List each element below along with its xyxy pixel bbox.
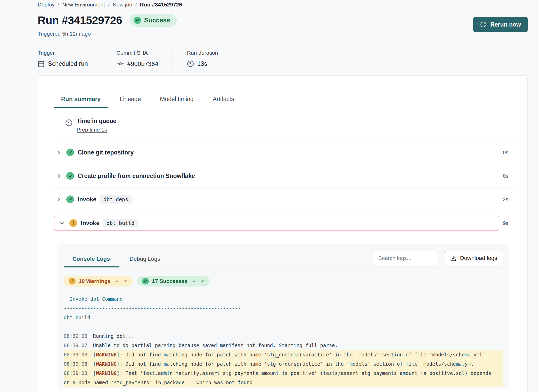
log-message: Did not find matching node for patch wit… (125, 361, 476, 367)
run-tabs: Run summary Lineage Model timing Artifac… (54, 96, 515, 108)
breadcrumb-run: Run #341529726 (140, 2, 182, 8)
success-check-icon (66, 149, 74, 156)
title-row: Run #341529726 Success (38, 14, 528, 27)
commit-value[interactable]: #900b7364 (127, 60, 158, 68)
meta-trigger: Trigger Scheduled run (38, 50, 102, 68)
run-detail-page: Deploy / New Environment / New job / Run… (0, 0, 539, 392)
successes-badge[interactable]: 17 Successes (137, 276, 210, 287)
console-header: Console Logs Debug Logs Download logs (64, 251, 503, 267)
warning-tag: [WARNING]: (93, 370, 126, 376)
step-duration: 0s (503, 173, 515, 179)
download-logs-button[interactable]: Download logs (444, 251, 503, 265)
chevron-up-icon[interactable] (192, 279, 196, 283)
search-logs-input[interactable] (373, 251, 438, 265)
log-timestamp: 08:39:08 (64, 361, 87, 367)
trigger-label: Trigger (38, 50, 88, 56)
log-line: ----------------------------------------… (64, 304, 503, 313)
log-line (64, 322, 503, 331)
log-message: Did not find matching node for patch wit… (125, 352, 485, 357)
log-message: Unable to do partial parsing because sav… (93, 342, 338, 348)
log-line: Invoke dbt Command (64, 294, 503, 304)
breadcrumb-separator: / (58, 2, 59, 8)
tab-model-timing[interactable]: Model timing (153, 96, 201, 108)
breadcrumb-job[interactable]: New job (113, 2, 132, 8)
warning-icon: ! (69, 278, 76, 284)
tab-debug-logs[interactable]: Debug Logs (121, 252, 169, 267)
run-summary-card: Run summary Lineage Model timing Artifac… (38, 75, 528, 392)
step-invoke-dbt-build-header[interactable]: ! Invoke dbt build (54, 216, 499, 231)
log-line: 08:39:08[WARNING]: Test 'test.admin_matu… (64, 369, 503, 387)
log-timestamp: 08:39:08 (64, 352, 87, 357)
breadcrumb: Deploy / New Environment / New job / Run… (38, 1, 528, 8)
success-check-icon (66, 195, 74, 203)
chevron-right-icon[interactable] (56, 150, 62, 155)
chevron-down-icon[interactable] (123, 279, 128, 283)
clock-icon (187, 60, 194, 67)
command-chip: dbt deps (100, 195, 132, 203)
duration-value: 13s (197, 60, 207, 67)
rerun-label: Rerun now (490, 21, 521, 28)
step-create-profile[interactable]: Create profile from connection Snowflake… (54, 164, 515, 188)
download-label: Download logs (460, 255, 497, 262)
commit-icon (117, 60, 124, 68)
warning-icon: ! (69, 219, 77, 227)
step-title: Invoke (81, 220, 100, 227)
queue-title: Time in queue (77, 118, 116, 125)
meta-duration: Run duration 13s (173, 50, 232, 68)
warning-tag: [WARNING]: (93, 361, 126, 367)
clock-icon (65, 118, 72, 126)
chevron-up-icon[interactable] (115, 279, 119, 283)
commit-label: Commit SHA (117, 50, 158, 56)
log-line: 08:39:07Unable to do partial parsing bec… (64, 341, 503, 350)
success-check-icon (66, 172, 74, 180)
breadcrumb-environment[interactable]: New Environment (62, 2, 105, 8)
log-timestamp: 08:39:07 (64, 342, 87, 348)
prep-time-link[interactable]: Prep time 1s (77, 127, 107, 133)
log-output[interactable]: Invoke dbt Command----------------------… (64, 294, 503, 387)
log-line: 08:39:08[WARNING]: Did not find matching… (64, 359, 503, 369)
page-title: Run #341529726 (38, 14, 122, 27)
step-title: Create profile from connection Snowflake (78, 173, 195, 179)
success-check-icon (134, 17, 141, 24)
rerun-now-button[interactable]: Rerun now (473, 17, 528, 32)
step-duration: 0s (503, 150, 515, 156)
log-line: dbt build (64, 313, 503, 322)
tab-console-logs[interactable]: Console Logs (64, 252, 119, 267)
console-actions: Download logs (373, 251, 503, 267)
chevron-right-icon[interactable] (56, 197, 62, 202)
log-message: Running dbt... (93, 333, 134, 339)
tab-lineage[interactable]: Lineage (112, 96, 148, 108)
successes-count: 17 Successes (152, 278, 187, 284)
step-invoke-dbt-build: ! Invoke dbt build 9s (54, 211, 515, 235)
step-title: Clone git repository (78, 149, 134, 156)
command-chip: dbt build (103, 219, 138, 227)
page-header: Deploy / New Environment / New job / Run… (0, 0, 539, 68)
log-line: 08:39:08[WARNING]: Did not find matching… (64, 350, 503, 359)
run-meta: Trigger Scheduled run Commit SHA #900b73… (38, 50, 528, 68)
log-tabs: Console Logs Debug Logs (64, 252, 169, 267)
step-title: Invoke (78, 196, 96, 203)
status-label: Success (144, 17, 170, 24)
success-check-icon (142, 278, 149, 284)
step-clone-git[interactable]: Clone git repository 0s (54, 141, 515, 164)
breadcrumb-deploy[interactable]: Deploy (38, 2, 54, 8)
warnings-count: 10 Warnings (79, 278, 111, 284)
chevron-down-icon[interactable] (200, 279, 205, 283)
calendar-icon (38, 60, 45, 67)
trigger-value: Scheduled run (48, 60, 88, 67)
step-invoke-dbt-deps[interactable]: Invoke dbt deps 2s (54, 188, 515, 211)
tab-run-summary[interactable]: Run summary (54, 96, 108, 108)
log-timestamp: 08:39:06 (64, 333, 87, 339)
chevron-right-icon[interactable] (56, 174, 62, 178)
chevron-down-icon[interactable] (60, 221, 65, 226)
time-in-queue-section: Time in queue Prep time 1s (54, 108, 515, 141)
log-line: 08:39:06Running dbt... (64, 331, 503, 341)
console-panel: Console Logs Debug Logs Download logs (58, 244, 509, 389)
meta-commit: Commit SHA #900b7364 (102, 50, 173, 68)
download-icon (450, 255, 456, 262)
warnings-badge[interactable]: ! 10 Warnings (64, 276, 133, 287)
step-duration: 9s (503, 220, 515, 226)
rerun-icon (480, 21, 487, 28)
triggered-timestamp: Triggered 5h 12m ago (38, 31, 528, 37)
tab-artifacts[interactable]: Artifacts (206, 96, 241, 108)
